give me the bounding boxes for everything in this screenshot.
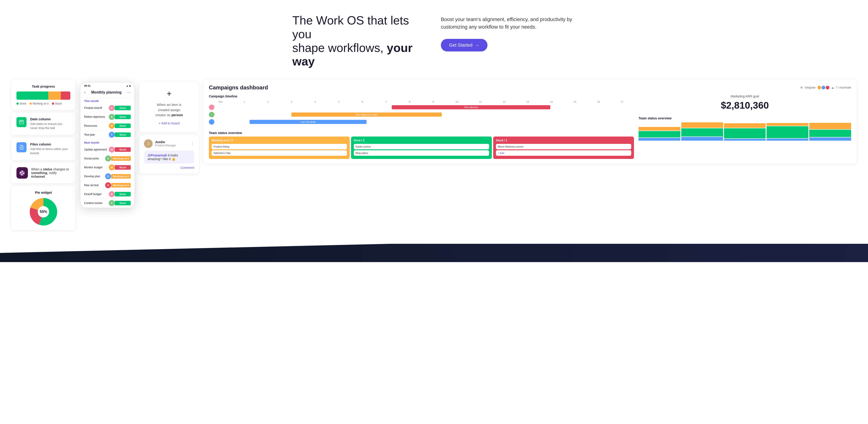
back-button[interactable]: ‹ — [84, 90, 86, 95]
plus-icon: + — [145, 89, 193, 98]
files-column-title: Files column — [30, 142, 70, 146]
status-4: Stuck — [115, 147, 131, 152]
cta-button[interactable]: Get Started → — [441, 39, 488, 52]
phone-row-3: Test plan T Done — [81, 130, 134, 139]
tl-bar-2: Low cost deals — [250, 120, 367, 124]
next-month-label: Next month — [81, 139, 134, 145]
status-columns: Working on it / 2 Product listing Valent… — [209, 137, 634, 159]
pie-card: Pie widget 55% — [11, 186, 75, 230]
working-item-1: Valentine's Day — [212, 150, 347, 156]
hero-right: Boost your team's alignment, efficiency,… — [441, 14, 576, 52]
pie-percentage: 55% — [40, 210, 47, 214]
comment-menu[interactable]: ⋮ — [190, 141, 194, 146]
trigger-line3-bold: person — [172, 113, 183, 117]
stuck-label: Stuck — [55, 102, 62, 105]
tl-bar-1: New vegan ice cream — [291, 113, 442, 117]
done-item-0: Easter promo — [354, 144, 489, 149]
timeline-title: Campaign timeline — [209, 94, 634, 98]
pie-container: 55% — [17, 198, 70, 226]
progress-working — [48, 91, 61, 100]
menu-dots[interactable]: ··· — [127, 90, 131, 95]
files-column-card: Files column Add files to items within y… — [11, 138, 75, 160]
team-status-title: Team status overview — [209, 131, 634, 135]
comment-avatar: J — [144, 139, 153, 148]
trigger-line2: created assign — [158, 108, 180, 112]
cta-arrow: → — [475, 43, 479, 48]
cta-label: Get Started — [449, 43, 472, 48]
timeline-dates: Dec1234567891011121314151617 — [209, 101, 634, 103]
phone-time: 09:41 — [84, 84, 91, 87]
comment-card: J Justin Product Manager ⋮ @Prasannah it… — [140, 135, 199, 174]
phone-row-9: Kickoff budget K Done — [81, 190, 134, 199]
avatar-7: D — [105, 173, 111, 179]
tl-bar-container-2: Low cost deals — [216, 120, 634, 124]
add-to-board[interactable]: + Add to board — [145, 121, 193, 125]
bar-group-4 — [809, 122, 851, 141]
bar-group-0 — [639, 122, 680, 141]
phone-row-1: Refine objectives R Done — [81, 113, 134, 121]
tl-bar-0: Fall collection — [392, 105, 551, 109]
phone-column: 09:41 ▲ ■ ‹ Monthly planning ··· This mo… — [80, 82, 135, 208]
calendar-icon — [19, 119, 24, 125]
phone-title: Monthly planning — [91, 90, 121, 94]
tl-avatar-1 — [209, 112, 214, 117]
page-wrapper: The Work OS that lets you shape workflow… — [0, 0, 868, 424]
date-column-text: Date column Add dates to ensure you neve… — [30, 117, 70, 130]
working-item-0: Product listing — [212, 144, 347, 149]
avatar-8: N — [105, 182, 111, 188]
phone-row-10: Content review C Done — [81, 199, 134, 208]
stuck-add[interactable]: + Add — [496, 150, 631, 156]
bar-chart-section: Team status overview — [639, 116, 851, 141]
status-0: Done — [115, 106, 131, 110]
integration-dots — [817, 86, 829, 89]
status-10: Done — [115, 201, 131, 205]
phone-row-6: Monitor budget M Stuck — [81, 163, 134, 172]
automation-notify: , notify — [47, 171, 57, 175]
svg-rect-2 — [22, 122, 22, 122]
hero-title-line1: The Work OS that lets you — [292, 14, 409, 41]
avatar-4: U — [109, 147, 115, 152]
avatar-9: K — [109, 191, 115, 197]
files-column-description: Add files to items within your boards — [30, 147, 70, 155]
hero-title-line2: shape workflows, — [292, 41, 383, 54]
bar-group-2 — [724, 122, 766, 141]
working-dot — [29, 103, 32, 105]
phone-row-0: Finalize kickoff F Done — [81, 104, 134, 113]
timeline-row-0: Fall collection — [209, 105, 634, 110]
status-6: Stuck — [115, 165, 131, 170]
stuck-dot — [52, 103, 54, 105]
comment-user-info: Justin Product Manager — [155, 140, 176, 147]
date-column-title: Date column — [30, 117, 70, 121]
comment-action[interactable]: Comment — [144, 166, 194, 169]
trigger-text: When an item is created assign creator a… — [145, 102, 193, 118]
dashboard-controls: ⚙ Integrate ☁ 7 / Automate — [800, 86, 851, 89]
working-label: Working on it — [33, 102, 49, 105]
automation-bold2: something — [31, 171, 47, 175]
automation-text: When a status changes to something, noti… — [31, 167, 70, 178]
integrate-label: Integrate — [805, 86, 815, 89]
file-icon — [19, 144, 24, 150]
task-progress-title: Task progress — [17, 84, 70, 88]
svg-rect-1 — [20, 122, 21, 122]
avatar-3: T — [109, 132, 115, 138]
progress-stuck — [61, 91, 70, 100]
status-3: Done — [115, 133, 131, 137]
comment-user: J Justin Product Manager — [144, 139, 176, 148]
progress-done — [17, 91, 48, 100]
status-7: Working on it — [111, 174, 131, 179]
phone-row-5: Social posts S Working on it — [81, 154, 134, 163]
avatar-6: M — [109, 164, 115, 170]
date-column-description: Add dates to ensure you never drop the b… — [30, 122, 70, 130]
phone-status-bar: 09:41 ▲ ■ — [81, 83, 134, 88]
status-working-col: Working on it / 2 Product listing Valent… — [209, 137, 350, 159]
timeline-rows: Fall collection New vegan ice cream — [209, 105, 634, 125]
comment-user-name: Justin — [155, 140, 176, 144]
bar-chart-title: Team status overview — [639, 116, 851, 120]
dashboard-column: Campaigns dashboard ⚙ Integrate ☁ 7 / Au… — [204, 80, 857, 164]
phone-row-4: Update agreement U Stuck — [81, 145, 134, 154]
dashboard-title-row: Campaigns dashboard ⚙ Integrate ☁ 7 / Au… — [209, 84, 851, 91]
arr-value: $2,810,360 — [639, 100, 851, 111]
tl-avatar-2 — [209, 119, 214, 125]
comment-mention: @Prasannah — [148, 153, 167, 157]
hero-left: The Work OS that lets you shape workflow… — [292, 14, 427, 68]
